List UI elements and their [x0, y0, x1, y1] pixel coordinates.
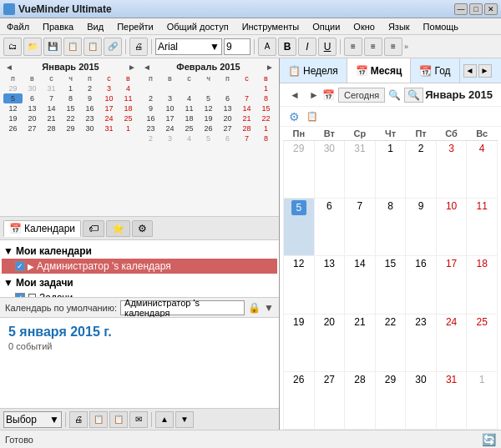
- mini-feb-day[interactable]: 6: [218, 93, 237, 103]
- mini-jan-day[interactable]: 11: [119, 93, 138, 103]
- large-cal-day[interactable]: 15: [375, 256, 406, 314]
- menu-share[interactable]: Общий доступ: [164, 20, 232, 33]
- large-cal-day[interactable]: 11: [467, 199, 498, 256]
- tree-section-tasks-header[interactable]: ▼ Мои задачи: [2, 275, 277, 290]
- mini-feb-day[interactable]: 28: [237, 123, 256, 133]
- mini-feb-day[interactable]: 8: [256, 93, 276, 103]
- mini-feb-day[interactable]: 2: [141, 93, 160, 103]
- tree-item-my-calendar-checkbox[interactable]: ✓: [15, 261, 25, 271]
- tab-star[interactable]: ⭐: [106, 220, 130, 237]
- large-cal-day[interactable]: 24: [436, 314, 467, 371]
- toolbar-btn-2[interactable]: 📁: [23, 38, 42, 56]
- mini-feb-day[interactable]: 22: [256, 113, 276, 123]
- minimize-button[interactable]: —: [454, 3, 468, 15]
- menu-go[interactable]: Перейти: [114, 20, 157, 33]
- bottom-btn-down[interactable]: ▼: [175, 411, 194, 428]
- mini-jan-day[interactable]: 19: [3, 113, 23, 123]
- mini-feb-day[interactable]: 23: [141, 123, 160, 133]
- large-cal-day[interactable]: 27: [314, 371, 345, 429]
- mini-feb-day[interactable]: 15: [256, 103, 276, 113]
- mini-feb-day[interactable]: 7: [237, 93, 256, 103]
- mini-jan-day[interactable]: 6: [23, 93, 42, 103]
- menu-language[interactable]: Язык: [385, 20, 413, 33]
- mini-jan-day[interactable]: 12: [3, 103, 23, 113]
- large-cal-day[interactable]: 14: [345, 256, 376, 314]
- toolbar-expand[interactable]: »: [404, 43, 408, 51]
- mini-jan-day[interactable]: 17: [99, 103, 119, 113]
- mini-jan-prev[interactable]: ◄: [3, 63, 15, 72]
- toolbar-underline[interactable]: U: [318, 38, 337, 56]
- close-button[interactable]: ✕: [484, 3, 498, 15]
- mini-jan-day[interactable]: 3: [99, 83, 119, 93]
- toolbar-btn-7[interactable]: 🖨: [129, 38, 148, 56]
- large-cal-day[interactable]: 21: [345, 314, 376, 371]
- mini-feb-day[interactable]: 25: [180, 123, 199, 133]
- bottom-btn-paste[interactable]: 📋: [109, 411, 128, 428]
- large-cal-prev[interactable]: ◄: [286, 88, 303, 103]
- mini-jan-day[interactable]: 25: [119, 113, 138, 123]
- mini-feb-next[interactable]: ►: [264, 63, 276, 72]
- mini-jan-day[interactable]: 14: [42, 103, 61, 113]
- mini-jan-day[interactable]: 9: [80, 93, 99, 103]
- dropdown-arrow[interactable]: ▼: [264, 302, 274, 314]
- mini-feb-day[interactable]: 2: [141, 133, 160, 143]
- toolbar-align-center[interactable]: ≡: [364, 38, 382, 56]
- mini-feb-day[interactable]: 21: [237, 113, 256, 123]
- mini-jan-day[interactable]: 20: [23, 113, 42, 123]
- large-cal-day[interactable]: 19: [284, 314, 315, 371]
- view-tab-month[interactable]: 📅 Месяц: [347, 58, 412, 83]
- selection-dropdown[interactable]: Выбор ▼: [3, 411, 62, 428]
- mini-jan-day[interactable]: 30: [23, 83, 42, 93]
- large-cal-day[interactable]: 18: [467, 256, 498, 314]
- toolbar-bold[interactable]: B: [278, 38, 296, 56]
- bottom-btn-print[interactable]: 🖨: [69, 411, 88, 428]
- font-selector[interactable]: Arial ▼: [155, 38, 222, 55]
- nav-prev-view[interactable]: ◄: [463, 64, 477, 78]
- mini-jan-day[interactable]: 1: [61, 83, 80, 93]
- mini-jan-day[interactable]: 4: [119, 83, 138, 93]
- large-cal-day[interactable]: 9: [406, 199, 437, 256]
- mini-feb-day[interactable]: 18: [180, 113, 199, 123]
- large-cal-day[interactable]: 13: [314, 256, 345, 314]
- bottom-btn-copy[interactable]: 📋: [89, 411, 108, 428]
- mini-feb-day[interactable]: 7: [237, 133, 256, 143]
- mini-jan-day[interactable]: 24: [99, 113, 119, 123]
- mini-jan-day[interactable]: 23: [80, 113, 99, 123]
- menu-help[interactable]: Помощь: [420, 20, 463, 33]
- bottom-btn-mail[interactable]: ✉: [129, 411, 148, 428]
- large-cal-day[interactable]: 16: [406, 256, 437, 314]
- large-cal-day[interactable]: 31: [345, 141, 376, 199]
- mini-jan-day[interactable]: 22: [61, 113, 80, 123]
- font-size-selector[interactable]: 9: [224, 38, 250, 55]
- mini-feb-day[interactable]: 10: [160, 103, 180, 113]
- large-cal-day[interactable]: 31: [436, 371, 467, 429]
- large-cal-day[interactable]: 10: [436, 199, 467, 256]
- mini-feb-day[interactable]: 12: [199, 103, 218, 113]
- mini-jan-day[interactable]: 28: [42, 123, 61, 133]
- toolbar-btn-5[interactable]: 📋: [84, 38, 102, 56]
- large-cal-day[interactable]: 8: [375, 199, 406, 256]
- mini-feb-day[interactable]: 17: [160, 113, 180, 123]
- gear-button[interactable]: ⚙: [286, 109, 301, 124]
- mini-jan-day[interactable]: 1: [119, 123, 138, 133]
- mini-jan-next[interactable]: ►: [126, 63, 138, 72]
- mini-feb-day[interactable]: [180, 83, 199, 93]
- tree-item-my-calendar[interactable]: ✓ ▶ Администратор 's календаря: [2, 259, 277, 274]
- toolbar-align-left[interactable]: ≡: [344, 38, 362, 56]
- mini-feb-day[interactable]: 27: [218, 123, 237, 133]
- toolbar-align-right[interactable]: ≡: [384, 38, 402, 56]
- large-cal-day[interactable]: 7: [345, 199, 376, 256]
- large-cal-day[interactable]: 6: [314, 199, 345, 256]
- mini-feb-day[interactable]: 4: [180, 93, 199, 103]
- toolbar-btn-3[interactable]: 💾: [43, 38, 62, 56]
- view-tab-week[interactable]: 📋 Неделя: [280, 58, 347, 83]
- bottom-btn-up[interactable]: ▲: [155, 411, 174, 428]
- mini-feb-day[interactable]: [218, 83, 237, 93]
- mini-jan-day[interactable]: 7: [42, 93, 61, 103]
- large-cal-day[interactable]: 12: [284, 256, 315, 314]
- mini-feb-day[interactable]: 1: [256, 83, 276, 93]
- mini-feb-day[interactable]: 14: [237, 103, 256, 113]
- mini-jan-day[interactable]: 18: [119, 103, 138, 113]
- large-cal-next[interactable]: ►: [306, 88, 322, 103]
- mini-jan-day[interactable]: 29: [61, 123, 80, 133]
